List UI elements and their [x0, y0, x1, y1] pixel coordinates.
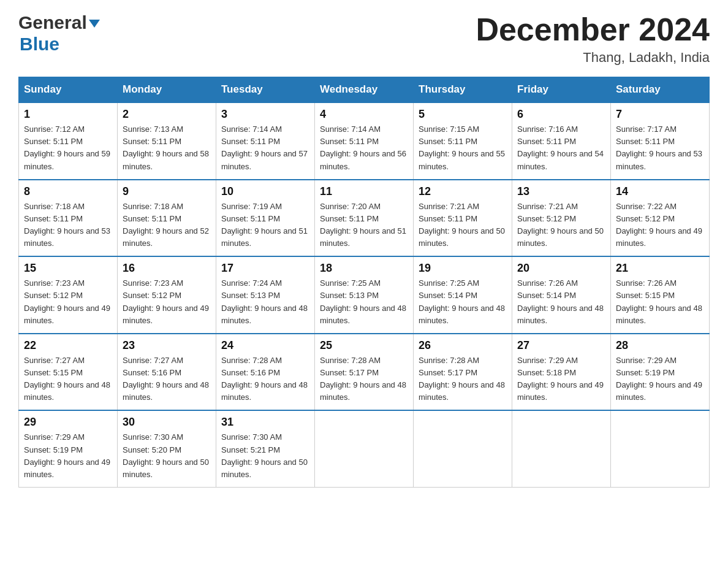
day-info: Sunrise: 7:12 AMSunset: 5:11 PMDaylight:…: [24, 123, 112, 173]
table-row: 11Sunrise: 7:20 AMSunset: 5:11 PMDayligh…: [315, 180, 414, 257]
table-row: 7Sunrise: 7:17 AMSunset: 5:11 PMDaylight…: [611, 102, 710, 180]
day-info: Sunrise: 7:25 AMSunset: 5:13 PMDaylight:…: [320, 277, 408, 327]
table-row: 28Sunrise: 7:29 AMSunset: 5:19 PMDayligh…: [611, 334, 710, 411]
day-number: 19: [419, 262, 507, 275]
day-info: Sunrise: 7:14 AMSunset: 5:11 PMDaylight:…: [221, 123, 309, 173]
table-row: 15Sunrise: 7:23 AMSunset: 5:12 PMDayligh…: [19, 256, 118, 334]
table-row: 2Sunrise: 7:13 AMSunset: 5:11 PMDaylight…: [118, 102, 216, 180]
day-number: 10: [221, 185, 309, 198]
day-number: 15: [24, 262, 112, 275]
day-number: 21: [616, 262, 704, 275]
calendar-week-row: 22Sunrise: 7:27 AMSunset: 5:15 PMDayligh…: [19, 334, 710, 411]
table-row: 22Sunrise: 7:27 AMSunset: 5:15 PMDayligh…: [19, 334, 118, 411]
day-number: 2: [123, 108, 211, 121]
calendar-week-row: 29Sunrise: 7:29 AMSunset: 5:19 PMDayligh…: [19, 410, 710, 487]
day-number: 24: [221, 339, 309, 352]
table-row: 24Sunrise: 7:28 AMSunset: 5:16 PMDayligh…: [216, 334, 315, 411]
table-row: 1Sunrise: 7:12 AMSunset: 5:11 PMDaylight…: [19, 102, 118, 180]
day-info: Sunrise: 7:29 AMSunset: 5:19 PMDaylight:…: [616, 354, 704, 404]
table-row: 18Sunrise: 7:25 AMSunset: 5:13 PMDayligh…: [315, 256, 414, 334]
day-info: Sunrise: 7:23 AMSunset: 5:12 PMDaylight:…: [123, 277, 211, 327]
col-wednesday: Wednesday: [315, 77, 414, 103]
table-row: [414, 410, 512, 487]
day-info: Sunrise: 7:21 AMSunset: 5:12 PMDaylight:…: [517, 201, 605, 250]
day-number: 1: [24, 108, 112, 121]
day-info: Sunrise: 7:16 AMSunset: 5:11 PMDaylight:…: [517, 123, 605, 173]
day-info: Sunrise: 7:18 AMSunset: 5:11 PMDaylight:…: [24, 201, 112, 250]
day-info: Sunrise: 7:14 AMSunset: 5:11 PMDaylight:…: [320, 123, 408, 173]
day-info: Sunrise: 7:28 AMSunset: 5:16 PMDaylight:…: [221, 354, 309, 404]
day-number: 3: [221, 108, 309, 121]
day-number: 14: [616, 185, 704, 198]
table-row: 3Sunrise: 7:14 AMSunset: 5:11 PMDaylight…: [216, 102, 315, 180]
day-number: 30: [123, 416, 211, 429]
day-number: 20: [517, 262, 605, 275]
calendar-week-row: 8Sunrise: 7:18 AMSunset: 5:11 PMDaylight…: [19, 180, 710, 257]
table-row: 26Sunrise: 7:28 AMSunset: 5:17 PMDayligh…: [414, 334, 512, 411]
day-info: Sunrise: 7:18 AMSunset: 5:11 PMDaylight:…: [123, 201, 211, 250]
table-row: 10Sunrise: 7:19 AMSunset: 5:11 PMDayligh…: [216, 180, 315, 257]
day-info: Sunrise: 7:28 AMSunset: 5:17 PMDaylight:…: [419, 354, 507, 404]
col-sunday: Sunday: [19, 77, 118, 103]
logo-blue: Blue: [18, 34, 100, 55]
table-row: [611, 410, 710, 487]
calendar-week-row: 15Sunrise: 7:23 AMSunset: 5:12 PMDayligh…: [19, 256, 710, 334]
day-info: Sunrise: 7:30 AMSunset: 5:20 PMDaylight:…: [123, 431, 211, 481]
table-row: 13Sunrise: 7:21 AMSunset: 5:12 PMDayligh…: [512, 180, 611, 257]
col-friday: Friday: [512, 77, 611, 103]
calendar-header: Sunday Monday Tuesday Wednesday Thursday…: [19, 77, 710, 103]
day-number: 16: [123, 262, 211, 275]
calendar-body: 1Sunrise: 7:12 AMSunset: 5:11 PMDaylight…: [19, 102, 710, 487]
day-info: Sunrise: 7:26 AMSunset: 5:15 PMDaylight:…: [616, 277, 704, 327]
table-row: 23Sunrise: 7:27 AMSunset: 5:16 PMDayligh…: [118, 334, 216, 411]
day-number: 13: [517, 185, 605, 198]
day-number: 5: [419, 108, 507, 121]
month-year-title: December 2024: [476, 12, 710, 47]
day-info: Sunrise: 7:28 AMSunset: 5:17 PMDaylight:…: [320, 354, 408, 404]
table-row: [512, 410, 611, 487]
day-number: 12: [419, 185, 507, 198]
day-info: Sunrise: 7:27 AMSunset: 5:16 PMDaylight:…: [123, 354, 211, 404]
location-subtitle: Thang, Ladakh, India: [476, 50, 710, 66]
table-row: 30Sunrise: 7:30 AMSunset: 5:20 PMDayligh…: [118, 410, 216, 487]
table-row: 9Sunrise: 7:18 AMSunset: 5:11 PMDaylight…: [118, 180, 216, 257]
table-row: 4Sunrise: 7:14 AMSunset: 5:11 PMDaylight…: [315, 102, 414, 180]
table-row: 25Sunrise: 7:28 AMSunset: 5:17 PMDayligh…: [315, 334, 414, 411]
day-number: 27: [517, 339, 605, 352]
logo-general: General: [18, 12, 87, 34]
table-row: 27Sunrise: 7:29 AMSunset: 5:18 PMDayligh…: [512, 334, 611, 411]
logo: General Blue: [18, 12, 100, 55]
day-number: 25: [320, 339, 408, 352]
col-thursday: Thursday: [414, 77, 512, 103]
table-row: 31Sunrise: 7:30 AMSunset: 5:21 PMDayligh…: [216, 410, 315, 487]
calendar-week-row: 1Sunrise: 7:12 AMSunset: 5:11 PMDaylight…: [19, 102, 710, 180]
table-row: 14Sunrise: 7:22 AMSunset: 5:12 PMDayligh…: [611, 180, 710, 257]
table-row: 5Sunrise: 7:15 AMSunset: 5:11 PMDaylight…: [414, 102, 512, 180]
day-number: 22: [24, 339, 112, 352]
day-info: Sunrise: 7:26 AMSunset: 5:14 PMDaylight:…: [517, 277, 605, 327]
table-row: 17Sunrise: 7:24 AMSunset: 5:13 PMDayligh…: [216, 256, 315, 334]
day-number: 29: [24, 416, 112, 429]
day-number: 26: [419, 339, 507, 352]
table-row: 29Sunrise: 7:29 AMSunset: 5:19 PMDayligh…: [19, 410, 118, 487]
day-info: Sunrise: 7:30 AMSunset: 5:21 PMDaylight:…: [221, 431, 309, 481]
day-number: 11: [320, 185, 408, 198]
calendar-table: Sunday Monday Tuesday Wednesday Thursday…: [18, 77, 710, 488]
day-number: 8: [24, 185, 112, 198]
table-row: 21Sunrise: 7:26 AMSunset: 5:15 PMDayligh…: [611, 256, 710, 334]
day-info: Sunrise: 7:24 AMSunset: 5:13 PMDaylight:…: [221, 277, 309, 327]
day-number: 28: [616, 339, 704, 352]
day-number: 18: [320, 262, 408, 275]
day-info: Sunrise: 7:25 AMSunset: 5:14 PMDaylight:…: [419, 277, 507, 327]
day-info: Sunrise: 7:27 AMSunset: 5:15 PMDaylight:…: [24, 354, 112, 404]
day-number: 17: [221, 262, 309, 275]
title-block: December 2024 Thang, Ladakh, India: [476, 12, 710, 66]
day-info: Sunrise: 7:15 AMSunset: 5:11 PMDaylight:…: [419, 123, 507, 173]
weekday-header-row: Sunday Monday Tuesday Wednesday Thursday…: [19, 77, 710, 103]
day-info: Sunrise: 7:29 AMSunset: 5:19 PMDaylight:…: [24, 431, 112, 481]
table-row: 8Sunrise: 7:18 AMSunset: 5:11 PMDaylight…: [19, 180, 118, 257]
table-row: 6Sunrise: 7:16 AMSunset: 5:11 PMDaylight…: [512, 102, 611, 180]
col-saturday: Saturday: [611, 77, 710, 103]
page-header: General Blue December 2024 Thang, Ladakh…: [18, 12, 710, 66]
day-info: Sunrise: 7:20 AMSunset: 5:11 PMDaylight:…: [320, 201, 408, 250]
